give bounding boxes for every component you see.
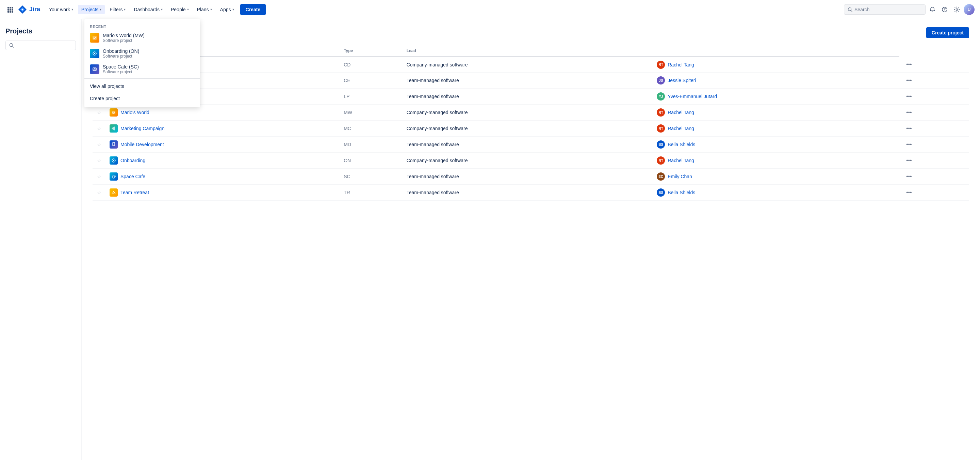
project-more-cell-0: •••	[899, 57, 969, 73]
grid-menu-icon[interactable]	[5, 5, 15, 14]
project-link-6[interactable]: Onboarding	[110, 157, 336, 165]
lead-link-3[interactable]: Rachel Tang	[668, 110, 694, 115]
table-row: ☆ Customer Experience CE Team-managed so…	[92, 73, 969, 89]
more-button-8[interactable]: •••	[904, 188, 915, 197]
dropdown-divider	[84, 78, 200, 79]
lead-link-7[interactable]: Emily Chan	[668, 174, 692, 179]
create-project-button[interactable]: Create project	[926, 27, 969, 38]
project-name-text-7: Space Cafe	[121, 174, 145, 179]
help-button[interactable]	[939, 4, 950, 15]
dropdown-item-space-cafe[interactable]: Space Cafe (SC) Software project	[84, 61, 200, 77]
project-link-7[interactable]: Space Cafe	[110, 172, 336, 180]
nav-people[interactable]: People ▾	[167, 5, 192, 14]
svg-rect-7	[10, 11, 11, 13]
dropdown-item-marios-world[interactable]: Mario's World (MW) Software project	[84, 30, 200, 46]
more-button-0[interactable]: •••	[904, 60, 915, 69]
more-button-7[interactable]: •••	[904, 172, 915, 181]
more-button-1[interactable]: •••	[904, 76, 915, 85]
lead-link-8[interactable]: Bella Shields	[668, 190, 695, 195]
more-button-3[interactable]: •••	[904, 108, 915, 117]
svg-point-13	[956, 8, 958, 10]
dropdown-recent-label: RECENT	[84, 22, 200, 30]
nav-your-work[interactable]: Your work ▾	[46, 5, 76, 14]
project-icon-8	[110, 188, 118, 196]
topnav: Jira Your work ▾ Projects ▾ Filters ▾ Da…	[0, 0, 980, 19]
user-avatar[interactable]: U	[964, 4, 975, 15]
table-row: ☆ Team Retreat TR Team-managed software …	[92, 185, 969, 201]
lead-avatar-3: RT	[657, 109, 665, 117]
search-label: Search	[854, 7, 869, 12]
svg-rect-3	[8, 9, 9, 11]
project-name-cell-4: Marketing Campaign	[105, 121, 340, 137]
project-name-text-5: Mobile Development	[121, 142, 164, 147]
star-icon-8[interactable]: ☆	[97, 190, 102, 195]
lead-link-4[interactable]: Rachel Tang	[668, 126, 694, 131]
create-button[interactable]: Create	[240, 4, 266, 15]
sidebar-title: Projects	[5, 27, 76, 35]
settings-button[interactable]	[951, 4, 962, 15]
more-button-2[interactable]: •••	[904, 92, 915, 101]
lead-link-0[interactable]: Rachel Tang	[668, 62, 694, 67]
nav-projects[interactable]: Projects ▾	[78, 5, 105, 14]
project-link-5[interactable]: Mobile Development	[110, 141, 336, 149]
nav-filters[interactable]: Filters ▾	[106, 5, 129, 14]
lead-avatar-2: YJ	[657, 92, 665, 101]
svg-rect-5	[11, 9, 13, 11]
project-key-cell-7: SC	[340, 169, 402, 185]
more-button-6[interactable]: •••	[904, 156, 915, 165]
star-cell-7: ☆	[92, 169, 105, 185]
lead-link-1[interactable]: Jessie Spiteri	[668, 78, 696, 83]
project-type-cell-5: Team-managed software	[402, 137, 653, 153]
project-type-cell-7: Team-managed software	[402, 169, 653, 185]
svg-point-16	[94, 53, 95, 54]
project-icon-6	[110, 157, 118, 165]
project-link-4[interactable]: Marketing Campaign	[110, 125, 336, 133]
svg-point-22	[113, 145, 114, 145]
lead-link-6[interactable]: Rachel Tang	[668, 158, 694, 163]
sidebar: Projects	[0, 19, 82, 460]
project-more-cell-8: •••	[899, 185, 969, 201]
nav-dashboards[interactable]: Dashboards ▾	[130, 5, 166, 14]
star-cell-4: ☆	[92, 121, 105, 137]
projects-table: Name Type Lead ☆ Content	[92, 45, 969, 201]
your-work-chevron-icon: ▾	[72, 8, 73, 11]
jira-logo[interactable]: Jira	[18, 5, 40, 14]
notifications-button[interactable]	[927, 4, 938, 15]
table-row: ☆ Space Cafe SC Team-managed software EC…	[92, 169, 969, 185]
nav-apps[interactable]: Apps ▾	[217, 5, 237, 14]
project-more-cell-2: •••	[899, 89, 969, 105]
star-icon-4[interactable]: ☆	[97, 126, 102, 131]
svg-rect-8	[11, 11, 13, 13]
project-name-cell-6: Onboarding	[105, 153, 340, 169]
project-type-cell-1: Team-managed software	[402, 73, 653, 89]
dashboards-chevron-icon: ▾	[161, 8, 163, 11]
more-button-5[interactable]: •••	[904, 140, 915, 149]
project-key-cell-4: MC	[340, 121, 402, 137]
dropdown-view-all-projects[interactable]: View all projects	[84, 80, 200, 92]
col-lead-header: Lead	[402, 45, 653, 57]
svg-point-12	[944, 11, 945, 11]
project-link-3[interactable]: Mario's World	[110, 109, 336, 117]
plans-chevron-icon: ▾	[210, 8, 212, 11]
people-chevron-icon: ▾	[187, 8, 189, 11]
dropdown-item-onboarding[interactable]: Onboarding (ON) Software project	[84, 46, 200, 61]
more-button-4[interactable]: •••	[904, 124, 915, 133]
dropdown-create-project[interactable]: Create project	[84, 92, 200, 105]
lead-avatar-6: RT	[657, 157, 665, 165]
nav-plans[interactable]: Plans ▾	[194, 5, 215, 14]
search-box[interactable]: Search	[844, 5, 926, 14]
table-row: ☆ Marketing Campaign MC Company-managed …	[92, 121, 969, 137]
project-type-cell-4: Company-managed software	[402, 121, 653, 137]
star-cell-6: ☆	[92, 153, 105, 169]
star-icon-6[interactable]: ☆	[97, 158, 102, 163]
star-icon-5[interactable]: ☆	[97, 142, 102, 147]
jira-logo-text: Jira	[29, 6, 40, 13]
project-type-cell-0: Company-managed software	[402, 57, 653, 73]
project-lead-cell-8: BS Bella Shields	[653, 185, 899, 201]
star-icon-7[interactable]: ☆	[97, 174, 102, 179]
lead-link-2[interactable]: Yves-Emmanuel Jutard	[668, 94, 717, 99]
project-link-8[interactable]: Team Retreat	[110, 188, 336, 196]
lead-link-5[interactable]: Bella Shields	[668, 142, 695, 147]
star-icon-3[interactable]: ☆	[97, 110, 102, 115]
sidebar-search[interactable]	[5, 40, 76, 50]
